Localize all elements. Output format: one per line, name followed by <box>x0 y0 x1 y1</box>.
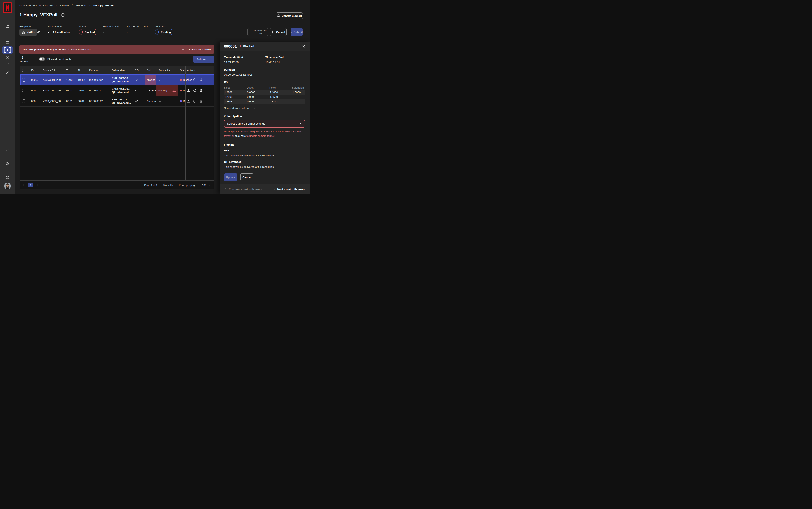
select-all-checkbox[interactable] <box>22 69 26 72</box>
sidebar-item-dailies[interactable] <box>0 15 15 23</box>
sidebar-item-help[interactable] <box>0 174 15 181</box>
user-avatar[interactable] <box>4 182 11 189</box>
check-icon <box>135 99 139 103</box>
actions-split-button[interactable]: Actions <box>193 56 215 63</box>
contact-support-button[interactable]: Contact Support <box>276 12 303 19</box>
camera-format-select[interactable]: Select Camera Format settings <box>224 120 305 128</box>
previous-event-with-errors-link[interactable]: Previous event with errors <box>224 188 262 191</box>
camera-format-select-value: Select Camera Format settings <box>227 122 265 125</box>
recipient-chip-label: Netflix <box>27 31 35 34</box>
col-source-clip[interactable]: Source Clip <box>41 66 64 74</box>
cell-source-clip: A005C001_2201 <box>43 78 61 81</box>
video-player-icon <box>5 17 10 21</box>
page-number-current[interactable]: 1 <box>29 182 33 187</box>
page-prev-chevron[interactable] <box>22 183 26 187</box>
cdl-value: 0.0000 <box>247 99 269 104</box>
cell-color: Camera <box>145 96 156 106</box>
attachments-value[interactable]: 1 file attached <box>48 30 71 34</box>
col-deliverables[interactable]: Deliverable... <box>110 66 133 74</box>
cell-status: Blocked <box>178 85 185 96</box>
click-here-link[interactable]: click here <box>235 134 246 137</box>
event-detail-header: 000001 Blocked <box>220 42 310 51</box>
cell-source-framing-missing: Missing <box>156 85 178 96</box>
sidebar-item-editorial[interactable] <box>0 54 15 61</box>
col-cdl[interactable]: CDL <box>133 66 145 74</box>
netflix-logo[interactable] <box>3 2 12 13</box>
page-title: 1-Happy_VFXPull <box>20 12 58 18</box>
toggle-knob <box>39 58 42 61</box>
exit-panel-icon <box>5 147 10 152</box>
timecode-start-value: 10:43:12:00 <box>224 61 265 64</box>
download-icon[interactable] <box>187 99 190 103</box>
sidebar-item-tools[interactable] <box>0 69 15 76</box>
download-icon[interactable] <box>187 89 190 92</box>
row-checkbox[interactable] <box>22 99 26 103</box>
col-duration[interactable]: Duration <box>87 66 110 74</box>
arrow-left-icon <box>224 188 227 191</box>
col-status[interactable]: Stat <box>178 66 185 74</box>
history-clock-icon[interactable] <box>193 89 197 92</box>
first-event-with-errors-link[interactable]: 1st event with errors <box>182 48 211 51</box>
cdl-value: 1.2808 <box>224 90 247 95</box>
pinned-column-divider[interactable] <box>185 66 186 180</box>
breadcrumb-vfx-pulls[interactable]: VFX Pulls <box>75 4 87 7</box>
update-button[interactable]: Update <box>224 173 237 181</box>
page-info: Page 1 of 1 <box>144 183 157 186</box>
cancel-pull-button[interactable]: Cancel <box>269 28 287 36</box>
edit-recipients-icon[interactable] <box>37 30 40 34</box>
trash-icon[interactable] <box>199 99 203 103</box>
home-icon <box>22 31 25 34</box>
check-icon <box>158 78 162 81</box>
trash-icon[interactable] <box>199 78 203 82</box>
panel-cancel-button[interactable]: Cancel <box>240 173 253 181</box>
cell-tc-out: 00:01: <box>76 96 87 106</box>
col-tc-in[interactable]: Ti... <box>64 66 76 74</box>
sidebar-item-deliveries[interactable] <box>0 61 15 68</box>
col-source-framing[interactable]: Source fra... <box>156 66 178 74</box>
arrow-right-icon <box>272 188 275 191</box>
cdl-col-slope: Slope <box>224 85 247 90</box>
row-checkbox[interactable] <box>22 89 26 92</box>
trash-icon[interactable] <box>199 89 203 92</box>
cell-deliverables: EXR: A005C0...QT_advanced... <box>110 75 133 85</box>
submit-button[interactable]: Submit <box>291 28 303 36</box>
info-circle-icon[interactable] <box>252 106 255 110</box>
title-info-icon[interactable] <box>61 13 65 17</box>
sidebar-item-vfx-pulls-active[interactable] <box>2 46 13 54</box>
avatar-photo <box>4 182 11 189</box>
actions-dropdown-caret[interactable] <box>210 56 215 63</box>
total-size-label: Total Size <box>155 25 166 28</box>
col-event[interactable]: Ev... <box>29 66 41 74</box>
download-all-button[interactable]: Download All <box>248 28 268 36</box>
history-clock-icon[interactable] <box>193 78 197 82</box>
x-circle-icon <box>271 30 275 34</box>
cdl-value: 0.0000 <box>247 90 269 95</box>
blocked-events-toggle[interactable] <box>39 58 45 61</box>
framing-exr-label: EXR <box>224 149 305 152</box>
breadcrumb-project[interactable]: MPS 2023 Test - May 10, 2023, 5:24:10 PM <box>20 4 69 7</box>
close-panel-icon[interactable] <box>302 45 305 48</box>
cell-cdl-check <box>133 75 145 85</box>
framing-exr-note: This shot will be delivered at full reso… <box>224 154 305 157</box>
cdl-col-power: Power <box>269 85 292 90</box>
sidebar-item-files[interactable] <box>0 23 15 30</box>
share-frame-icon <box>5 63 10 67</box>
page-next-chevron[interactable] <box>36 183 39 187</box>
scissors-filmstrip-icon <box>5 55 10 60</box>
col-tc-out[interactable]: Ti... <box>76 66 87 74</box>
cdl-value <box>292 95 305 99</box>
event-status: Blocked <box>243 45 254 48</box>
sidebar-item-collapse[interactable] <box>0 146 15 153</box>
row-checkbox[interactable] <box>22 78 26 81</box>
next-event-with-errors-link[interactable]: Next event with errors <box>272 188 305 191</box>
history-clock-icon[interactable] <box>193 99 197 103</box>
actions-button[interactable]: Actions <box>193 56 210 63</box>
sidebar-item-settings[interactable] <box>0 160 15 167</box>
recipient-chip[interactable]: Netflix <box>20 29 37 36</box>
sidebar-divider <box>0 171 15 171</box>
color-pipeline-label: Color pipeline <box>224 115 305 118</box>
warning-triangle-icon <box>172 89 176 92</box>
col-color[interactable]: Col... <box>145 66 156 74</box>
rows-per-page-select[interactable]: 100 <box>202 183 211 186</box>
cdl-value: 1.2808 <box>224 95 247 99</box>
